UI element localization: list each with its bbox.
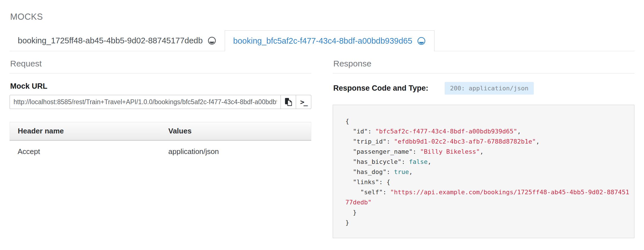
header-value-cell: application/json [160,140,311,163]
header-name-cell: Accept [10,140,161,163]
column-header-values: Values [160,122,311,140]
mock-url-group: >_ [10,95,311,109]
operation-status-icon [417,36,426,46]
code-line: "has_bicycle": false, [345,157,622,167]
copy-url-button[interactable] [281,95,296,109]
code-line: } [345,218,622,228]
code-line: "passenger_name": "Billy Bikeless", [345,147,622,157]
column-header-name: Header name [10,122,161,140]
code-line: "trip_id": "efdbb9d1-02c2-4bc3-afb7-6788… [345,137,622,147]
code-line: "links": { [345,177,622,187]
response-section: Response Response Code and Type: 200: ap… [333,59,634,238]
code-line: 77dedb" [345,197,622,207]
operation-status-icon [207,36,217,45]
table-header-row: Header name Values [10,122,311,140]
terminal-button[interactable]: >_ [296,95,311,109]
code-line: "has_dog": true, [345,167,622,177]
copy-icon [284,97,293,106]
code-line: { [345,116,622,126]
table-row: Accept application/json [10,140,311,163]
response-code-badge: 200: application/json [445,82,534,95]
request-section: Request Mock URL >_ [10,59,311,238]
request-heading: Request [10,59,311,73]
mock-tabs: booking_1725ff48-ab45-4bb5-9d02-88745177… [10,30,634,51]
code-line: } [345,207,622,218]
code-line: "id": "bfc5af2c-f477-43c4-8bdf-a00bdb939… [345,126,622,137]
mocks-page: MOCKS booking_1725ff48-ab45-4bb5-9d02-88… [0,0,644,238]
response-heading: Response [333,59,634,73]
response-body-block: { "id": "bfc5af2c-f477-43c4-8bdf-a00bdb9… [333,105,634,238]
tab-booking-bfc5af2c[interactable]: booking_bfc5af2c-f477-43c4-8bdf-a00bdb93… [225,30,435,51]
request-headers-table: Header name Values Accept application/js… [10,122,311,162]
tab-label: booking_bfc5af2c-f477-43c4-8bdf-a00bdb93… [233,36,412,46]
tab-label: booking_1725ff48-ab45-4bb5-9d02-88745177… [18,36,203,45]
mock-url-input[interactable] [10,95,281,109]
response-code-label: Response Code and Type: [333,84,428,93]
terminal-icon: >_ [300,98,307,106]
code-line: "self": "https://api.example.com/booking… [345,187,622,197]
tab-booking-1725ff48[interactable]: booking_1725ff48-ab45-4bb5-9d02-88745177… [10,30,225,51]
mock-url-label: Mock URL [10,82,311,91]
page-title: MOCKS [10,12,634,22]
